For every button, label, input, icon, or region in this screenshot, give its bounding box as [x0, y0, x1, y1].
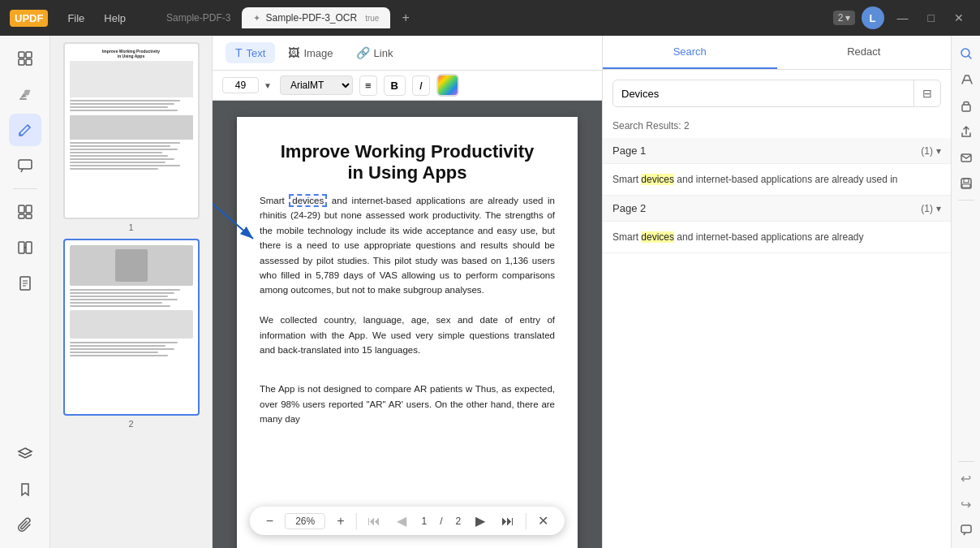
tab-redact[interactable]: Redact: [777, 36, 952, 69]
chevron-down-icon-2: ▾: [936, 203, 941, 214]
close-btn[interactable]: ✕: [948, 10, 970, 26]
title-bar: UPDF File Help Sample-PDF-3 ✦ Sample-PDF…: [0, 0, 980, 36]
tab-search[interactable]: Search: [603, 36, 777, 69]
body-text-before: Smart: [260, 196, 289, 205]
font-size-input[interactable]: [222, 77, 259, 93]
right-icon-share[interactable]: [955, 120, 978, 143]
zoom-in-btn[interactable]: +: [332, 512, 349, 530]
font-name-select[interactable]: ArialMT: [280, 76, 353, 95]
help-menu[interactable]: Help: [97, 9, 132, 28]
sidebar-icon-thumbnails[interactable]: [9, 42, 41, 75]
svg-rect-21: [961, 525, 971, 533]
thumbnail-page-2[interactable]: 2: [57, 239, 205, 429]
text-toolbar: ▼ ArialMT ≡ B I: [213, 71, 602, 101]
nav-next-btn[interactable]: ▶: [471, 511, 490, 530]
svg-rect-2: [19, 59, 24, 65]
image-icon: 🖼: [288, 46, 299, 59]
file-menu[interactable]: File: [61, 9, 91, 28]
color-picker-btn[interactable]: [436, 74, 459, 97]
link-tool-btn[interactable]: 🔗 Link: [346, 42, 403, 63]
image-tool-btn[interactable]: 🖼 Image: [278, 42, 342, 63]
result-text-before-1: Smart: [612, 174, 641, 185]
redo-btn[interactable]: ↪: [955, 493, 978, 516]
right-icon-search[interactable]: [955, 42, 978, 65]
link-icon: 🔗: [356, 46, 370, 59]
page-total: 2: [453, 516, 465, 527]
window-count[interactable]: 2 ▾: [833, 11, 855, 25]
page-current: 1: [418, 516, 430, 527]
search-filter-btn[interactable]: ⊟: [913, 80, 940, 106]
tab-2[interactable]: ✦ Sample-PDF-3_OCR true: [242, 7, 390, 28]
tab-1-label: Sample-PDF-3: [166, 12, 230, 24]
nav-last-icon: ⏭: [501, 514, 514, 529]
search-input[interactable]: [613, 81, 913, 106]
nav-next-icon: ▶: [475, 513, 485, 529]
svg-rect-0: [19, 52, 24, 58]
sidebar-icon-extract[interactable]: [9, 267, 41, 300]
svg-line-14: [213, 190, 253, 239]
user-avatar[interactable]: L: [862, 6, 884, 29]
result-page-1-header[interactable]: Page 1 (1) ▾: [603, 138, 951, 164]
sidebar-icon-organize[interactable]: [9, 196, 41, 228]
sidebar-icon-highlight[interactable]: [9, 78, 41, 110]
thumb-label-1: 1: [128, 222, 133, 232]
right-icon-mail[interactable]: [955, 146, 978, 169]
result-page-1-label: Page 1: [612, 145, 646, 157]
font-size-control: ▼: [222, 77, 273, 93]
sidebar-icon-bookmark[interactable]: [9, 473, 41, 506]
zoom-level-display[interactable]: 26%: [285, 513, 325, 529]
right-icons-panel: ↩ ↪: [951, 36, 980, 548]
page-separator: /: [436, 516, 445, 527]
add-tab-btn[interactable]: +: [397, 9, 414, 27]
text-tool-btn[interactable]: T Text: [226, 42, 275, 63]
toolbar: T Text 🖼 Image 🔗 Link: [213, 36, 602, 71]
sidebar-icon-compare[interactable]: [9, 231, 41, 264]
zoom-out-btn[interactable]: −: [261, 512, 278, 530]
left-sidebar: [0, 36, 50, 548]
svg-rect-9: [26, 214, 32, 218]
tab-ocr-icon: ✦: [253, 13, 260, 24]
svg-rect-3: [26, 59, 32, 65]
tab-2-label: Sample-PDF-3_OCR: [265, 12, 357, 24]
nav-prev-btn[interactable]: ◀: [392, 511, 411, 530]
thumb-img-1[interactable]: Improve Working Productivityin Using App…: [63, 42, 200, 219]
svg-rect-6: [19, 205, 24, 213]
updf-logo[interactable]: UPDF: [10, 10, 48, 27]
svg-rect-20: [962, 184, 970, 188]
right-icon-lock[interactable]: [955, 94, 978, 117]
nav-bar: − 26% + ⏮ ◀ 1 / 2 ▶: [250, 507, 565, 535]
svg-rect-18: [961, 179, 971, 188]
sidebar-icon-layers[interactable]: [9, 438, 41, 470]
minimize-btn[interactable]: —: [891, 10, 915, 26]
tab-close-btn[interactable]: true: [365, 14, 379, 23]
body-text-para3: The App is not designed to compare AR pa…: [260, 384, 555, 424]
thumb-img-2[interactable]: [63, 239, 200, 416]
tab-1[interactable]: Sample-PDF-3: [155, 7, 242, 28]
thumbnail-page-1[interactable]: Improve Working Productivityin Using App…: [57, 42, 205, 232]
result-text-after-2: and internet-based applications are alre…: [674, 231, 863, 243]
font-size-dropdown[interactable]: ▼: [262, 80, 273, 92]
nav-last-btn[interactable]: ⏭: [496, 512, 519, 530]
sidebar-icon-attachment[interactable]: [9, 509, 41, 542]
nav-close-btn[interactable]: ✕: [533, 511, 553, 530]
right-icon-font[interactable]: [955, 68, 978, 91]
result-page-2-header[interactable]: Page 2 (1) ▾: [603, 196, 951, 222]
main-area: Improve Working Productivityin Using App…: [0, 36, 980, 548]
right-icon-save[interactable]: [955, 172, 978, 195]
result-item-1[interactable]: Smart devices and internet-based applica…: [603, 164, 951, 196]
maximize-btn[interactable]: □: [922, 10, 941, 26]
undo-btn[interactable]: ↩: [955, 467, 978, 490]
svg-rect-1: [26, 52, 32, 58]
sidebar-icon-comment[interactable]: [9, 149, 41, 182]
panel-tabs: Search Redact: [603, 36, 951, 70]
right-icon-chat[interactable]: [955, 519, 978, 542]
result-item-2[interactable]: Smart devices and internet-based applica…: [603, 222, 951, 253]
nav-first-btn[interactable]: ⏮: [363, 512, 385, 530]
align-btn[interactable]: ≡: [359, 76, 377, 96]
page-body[interactable]: Smart devices and internet-based applica…: [260, 193, 555, 357]
selected-word-devices: devices: [289, 194, 327, 207]
italic-btn[interactable]: I: [412, 76, 430, 96]
bold-btn[interactable]: B: [384, 76, 406, 96]
sidebar-icon-edit[interactable]: [9, 114, 41, 146]
nav-close-icon: ✕: [538, 513, 548, 529]
